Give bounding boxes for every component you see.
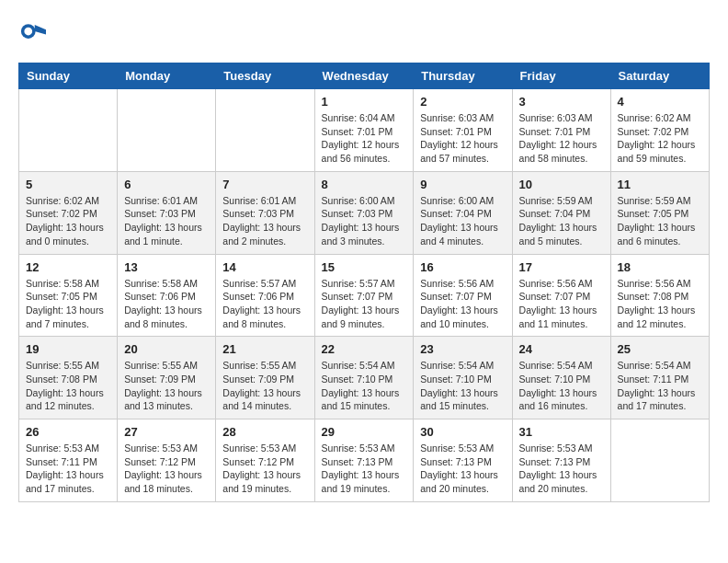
day-info: Sunrise: 6:02 AM Sunset: 7:02 PM Dayligh… — [618, 111, 702, 166]
day-cell: 20Sunrise: 5:55 AM Sunset: 7:09 PM Dayli… — [118, 337, 216, 419]
column-header-saturday: Saturday — [610, 63, 709, 89]
day-number: 27 — [124, 425, 209, 439]
day-cell: 15Sunrise: 5:57 AM Sunset: 7:07 PM Dayli… — [314, 254, 414, 337]
day-cell: 3Sunrise: 6:03 AM Sunset: 7:01 PM Daylig… — [512, 89, 610, 172]
column-header-monday: Monday — [118, 63, 216, 89]
day-number: 1 — [322, 95, 407, 109]
column-header-tuesday: Tuesday — [216, 63, 314, 89]
day-info: Sunrise: 5:57 AM Sunset: 7:06 PM Dayligh… — [222, 277, 307, 331]
day-number: 19 — [26, 342, 110, 356]
day-info: Sunrise: 5:59 AM Sunset: 7:04 PM Dayligh… — [519, 194, 604, 248]
day-number: 31 — [519, 425, 604, 439]
day-number: 26 — [26, 425, 110, 439]
week-row-1: 1Sunrise: 6:04 AM Sunset: 7:01 PM Daylig… — [19, 89, 710, 172]
day-cell: 24Sunrise: 5:54 AM Sunset: 7:10 PM Dayli… — [512, 337, 610, 419]
day-number: 7 — [222, 178, 307, 191]
day-cell: 17Sunrise: 5:56 AM Sunset: 7:07 PM Dayli… — [512, 254, 610, 337]
day-cell: 6Sunrise: 6:01 AM Sunset: 7:03 PM Daylig… — [118, 171, 216, 254]
day-cell: 19Sunrise: 5:55 AM Sunset: 7:08 PM Dayli… — [19, 337, 118, 419]
day-cell: 16Sunrise: 5:56 AM Sunset: 7:07 PM Dayli… — [414, 254, 512, 337]
week-row-3: 12Sunrise: 5:58 AM Sunset: 7:05 PM Dayli… — [19, 254, 710, 337]
day-info: Sunrise: 6:01 AM Sunset: 7:03 PM Dayligh… — [124, 194, 209, 248]
day-number: 29 — [322, 425, 407, 439]
day-cell — [216, 89, 314, 172]
day-info: Sunrise: 5:53 AM Sunset: 7:11 PM Dayligh… — [26, 442, 110, 496]
day-number: 13 — [124, 260, 209, 274]
day-cell: 30Sunrise: 5:53 AM Sunset: 7:13 PM Dayli… — [414, 419, 512, 502]
day-cell: 12Sunrise: 5:58 AM Sunset: 7:05 PM Dayli… — [19, 254, 118, 337]
logo-icon — [20, 18, 46, 44]
calendar-table: SundayMondayTuesdayWednesdayThursdayFrid… — [18, 63, 710, 502]
day-info: Sunrise: 5:54 AM Sunset: 7:10 PM Dayligh… — [322, 359, 407, 413]
svg-marker-2 — [35, 25, 46, 35]
day-cell: 23Sunrise: 5:54 AM Sunset: 7:10 PM Dayli… — [414, 337, 512, 419]
page-header — [18, 18, 710, 48]
day-cell: 22Sunrise: 5:54 AM Sunset: 7:10 PM Dayli… — [314, 337, 414, 419]
day-info: Sunrise: 5:53 AM Sunset: 7:12 PM Dayligh… — [222, 442, 307, 496]
day-number: 6 — [124, 178, 209, 191]
day-cell: 25Sunrise: 5:54 AM Sunset: 7:11 PM Dayli… — [610, 337, 709, 419]
day-info: Sunrise: 6:00 AM Sunset: 7:03 PM Dayligh… — [322, 194, 407, 248]
day-cell: 11Sunrise: 5:59 AM Sunset: 7:05 PM Dayli… — [610, 171, 709, 254]
logo — [18, 18, 50, 48]
day-cell: 18Sunrise: 5:56 AM Sunset: 7:08 PM Dayli… — [610, 254, 709, 337]
day-cell: 2Sunrise: 6:03 AM Sunset: 7:01 PM Daylig… — [414, 89, 512, 172]
day-number: 30 — [420, 425, 505, 439]
day-number: 22 — [322, 342, 407, 356]
day-cell: 26Sunrise: 5:53 AM Sunset: 7:11 PM Dayli… — [19, 419, 118, 502]
day-number: 8 — [322, 178, 407, 191]
day-info: Sunrise: 6:03 AM Sunset: 7:01 PM Dayligh… — [420, 111, 505, 166]
week-row-4: 19Sunrise: 5:55 AM Sunset: 7:08 PM Dayli… — [19, 337, 710, 419]
week-row-5: 26Sunrise: 5:53 AM Sunset: 7:11 PM Dayli… — [19, 419, 710, 502]
day-number: 21 — [222, 342, 307, 356]
day-number: 14 — [222, 260, 307, 274]
day-info: Sunrise: 5:56 AM Sunset: 7:08 PM Dayligh… — [618, 277, 702, 331]
day-number: 17 — [519, 260, 604, 274]
day-number: 4 — [618, 95, 702, 109]
day-cell: 28Sunrise: 5:53 AM Sunset: 7:12 PM Dayli… — [216, 419, 314, 502]
day-info: Sunrise: 5:53 AM Sunset: 7:13 PM Dayligh… — [420, 442, 505, 496]
day-cell: 8Sunrise: 6:00 AM Sunset: 7:03 PM Daylig… — [314, 171, 414, 254]
day-info: Sunrise: 5:53 AM Sunset: 7:13 PM Dayligh… — [322, 442, 407, 496]
day-cell: 31Sunrise: 5:53 AM Sunset: 7:13 PM Dayli… — [512, 419, 610, 502]
column-header-sunday: Sunday — [19, 63, 118, 89]
day-number: 9 — [420, 178, 505, 191]
day-info: Sunrise: 5:58 AM Sunset: 7:06 PM Dayligh… — [124, 277, 209, 331]
day-info: Sunrise: 5:59 AM Sunset: 7:05 PM Dayligh… — [618, 194, 702, 248]
day-info: Sunrise: 6:03 AM Sunset: 7:01 PM Dayligh… — [519, 111, 604, 166]
week-row-2: 5Sunrise: 6:02 AM Sunset: 7:02 PM Daylig… — [19, 171, 710, 254]
day-info: Sunrise: 6:01 AM Sunset: 7:03 PM Dayligh… — [222, 194, 307, 248]
day-number: 20 — [124, 342, 209, 356]
day-info: Sunrise: 5:55 AM Sunset: 7:08 PM Dayligh… — [26, 359, 110, 413]
day-info: Sunrise: 5:53 AM Sunset: 7:12 PM Dayligh… — [124, 442, 209, 496]
day-info: Sunrise: 5:54 AM Sunset: 7:10 PM Dayligh… — [420, 359, 505, 413]
day-cell: 14Sunrise: 5:57 AM Sunset: 7:06 PM Dayli… — [216, 254, 314, 337]
day-number: 3 — [519, 95, 604, 109]
day-cell: 10Sunrise: 5:59 AM Sunset: 7:04 PM Dayli… — [512, 171, 610, 254]
svg-point-1 — [24, 28, 32, 36]
day-info: Sunrise: 5:55 AM Sunset: 7:09 PM Dayligh… — [124, 359, 209, 413]
day-number: 24 — [519, 342, 604, 356]
day-cell: 27Sunrise: 5:53 AM Sunset: 7:12 PM Dayli… — [118, 419, 216, 502]
day-info: Sunrise: 5:53 AM Sunset: 7:13 PM Dayligh… — [519, 442, 604, 496]
day-cell: 1Sunrise: 6:04 AM Sunset: 7:01 PM Daylig… — [314, 89, 414, 172]
day-cell: 9Sunrise: 6:00 AM Sunset: 7:04 PM Daylig… — [414, 171, 512, 254]
day-number: 5 — [26, 178, 110, 191]
day-info: Sunrise: 5:58 AM Sunset: 7:05 PM Dayligh… — [26, 277, 110, 331]
day-number: 25 — [618, 342, 702, 356]
day-info: Sunrise: 5:55 AM Sunset: 7:09 PM Dayligh… — [222, 359, 307, 413]
day-info: Sunrise: 6:02 AM Sunset: 7:02 PM Dayligh… — [26, 194, 110, 248]
day-info: Sunrise: 6:04 AM Sunset: 7:01 PM Dayligh… — [322, 111, 407, 166]
day-cell: 7Sunrise: 6:01 AM Sunset: 7:03 PM Daylig… — [216, 171, 314, 254]
day-cell: 29Sunrise: 5:53 AM Sunset: 7:13 PM Dayli… — [314, 419, 414, 502]
calendar-header-row: SundayMondayTuesdayWednesdayThursdayFrid… — [19, 63, 710, 89]
day-number: 11 — [618, 178, 702, 191]
day-number: 15 — [322, 260, 407, 274]
day-number: 16 — [420, 260, 505, 274]
day-number: 2 — [420, 95, 505, 109]
column-header-thursday: Thursday — [414, 63, 512, 89]
day-cell — [610, 419, 709, 502]
day-info: Sunrise: 5:56 AM Sunset: 7:07 PM Dayligh… — [519, 277, 604, 331]
column-header-friday: Friday — [512, 63, 610, 89]
day-number: 18 — [618, 260, 702, 274]
